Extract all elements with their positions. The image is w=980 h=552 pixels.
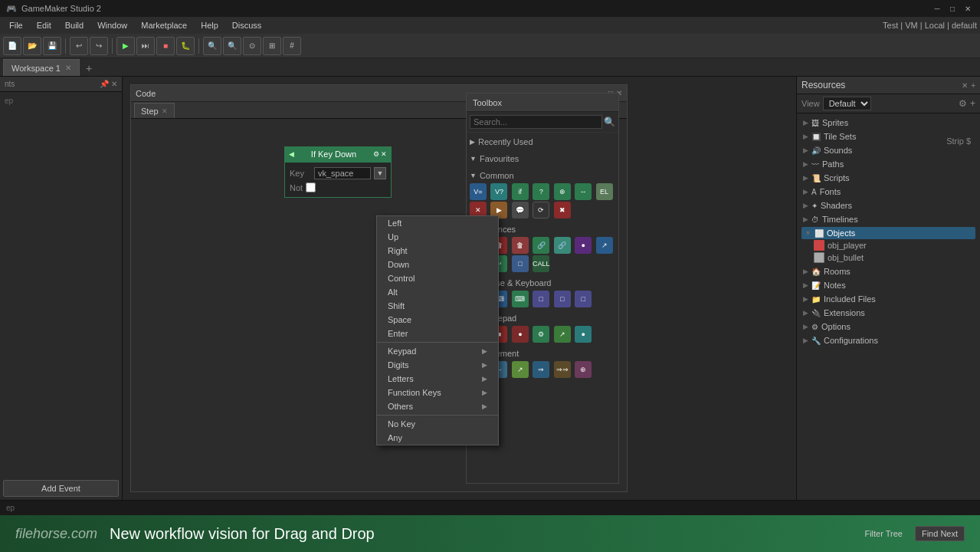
ifkeydown-header[interactable]: ◀ If Key Down ⚙ ✕ <box>284 146 392 162</box>
redo-btn[interactable]: ↪ <box>90 37 108 55</box>
dd-item-down[interactable]: Down <box>377 258 498 271</box>
toolbox-section-common-header[interactable]: ▼ Common <box>470 169 615 182</box>
ti-get-inst2[interactable]: 🔗 <box>554 237 571 254</box>
toolbox-search-input[interactable] <box>470 115 602 129</box>
res-configurations-header[interactable]: ▶ 🔧 Configurations <box>801 334 975 347</box>
ti-gp3[interactable]: ● <box>512 326 529 343</box>
ti-move-to[interactable]: ↗ <box>596 237 613 254</box>
dd-item-nokey[interactable]: No Key <box>377 417 498 431</box>
view-select[interactable]: Default <box>823 97 871 110</box>
not-checkbox[interactable] <box>306 182 316 192</box>
ti-solid[interactable]: □ <box>512 255 529 272</box>
menu-discuss[interactable]: Discuss <box>226 19 268 31</box>
view-icon-settings[interactable]: ⚙ <box>959 98 967 109</box>
save-btn[interactable]: 💾 <box>43 37 61 55</box>
find-next-button[interactable]: Find Next <box>915 526 965 541</box>
ti-get-inst[interactable]: 🔗 <box>533 237 549 254</box>
ti-mv3[interactable]: ↗ <box>512 361 529 378</box>
ti-if[interactable]: if <box>512 183 529 200</box>
dd-item-control[interactable]: Control <box>377 271 498 285</box>
ifkeydown-settings-icon[interactable]: ⚙ <box>373 150 379 158</box>
res-options-header[interactable]: ▶ ⚙ Options <box>801 320 975 333</box>
menu-window[interactable]: Window <box>91 19 133 31</box>
undo-btn[interactable]: ↩ <box>70 37 88 55</box>
new-btn[interactable]: 📄 <box>3 37 21 55</box>
ti-gp5[interactable]: ↗ <box>554 326 571 343</box>
play-btn[interactable]: ▶ <box>116 37 135 55</box>
grid-btn[interactable]: # <box>283 37 301 55</box>
ti-mouse1[interactable]: □ <box>533 291 549 307</box>
dd-item-enter[interactable]: Enter <box>377 327 498 340</box>
zoom-in-btn[interactable]: 🔍 <box>203 37 221 55</box>
zoom-fit-btn[interactable]: ⊞ <box>263 37 281 55</box>
res-included-files-header[interactable]: ▶ 📁 Included Files <box>801 293 975 305</box>
ti-set-variable[interactable]: V= <box>470 183 487 200</box>
res-tilesets-header[interactable]: ▶ 🔲 Tile Sets <box>801 130 975 143</box>
res-sprites-header[interactable]: ▶ 🖼 Sprites <box>801 117 975 129</box>
left-close-icon[interactable]: ✕ <box>111 80 117 88</box>
add-event-button[interactable]: Add Event <box>3 480 119 497</box>
ti-destroy2[interactable]: 🗑 <box>512 237 529 254</box>
dd-item-left[interactable]: Left <box>377 216 498 230</box>
step-btn[interactable]: ⏭ <box>136 37 155 55</box>
ti-else[interactable]: EL <box>596 183 613 200</box>
key-dropdown-btn[interactable]: ▼ <box>374 167 386 179</box>
ti-key-pressed[interactable]: ⌨ <box>512 291 529 307</box>
ti-gp4[interactable]: ⚙ <box>533 326 549 343</box>
res-timelines-header[interactable]: ▶ ⏱ Timelines <box>801 213 975 225</box>
res-obj-bullet[interactable]: obj_bullet <box>801 251 975 264</box>
ti-mv5[interactable]: ⇒⇒ <box>554 361 571 378</box>
ti-mv4[interactable]: ⇒ <box>533 361 549 378</box>
dd-item-others[interactable]: Others▶ <box>377 399 498 413</box>
key-value[interactable]: vk_space <box>314 167 371 179</box>
ti-comment[interactable]: 💬 <box>512 202 529 219</box>
ti-if-position[interactable]: ⊕ <box>554 183 571 200</box>
res-fonts-header[interactable]: ▶ A Fonts <box>801 186 975 198</box>
dd-item-keypad[interactable]: Keypad▶ <box>377 344 498 358</box>
code-tab-step[interactable]: Step ✕ <box>134 103 175 118</box>
zoom-reset-btn[interactable]: ⊙ <box>243 37 261 55</box>
debug-btn[interactable]: 🐛 <box>176 37 195 55</box>
ti-mouse3[interactable]: □ <box>575 291 592 307</box>
res-extensions-header[interactable]: ▶ 🔌 Extensions <box>801 307 975 319</box>
res-notes-header[interactable]: ▶ 📝 Notes <box>801 279 975 291</box>
res-objects-header[interactable]: ▼ ⬜ Objects <box>801 227 975 239</box>
close-btn[interactable]: ✕ <box>962 2 974 15</box>
ti-get-variable[interactable]: V? <box>490 183 507 200</box>
open-btn[interactable]: 📂 <box>23 37 41 55</box>
menu-marketplace[interactable]: Marketplace <box>135 19 193 31</box>
menu-help[interactable]: Help <box>195 19 225 31</box>
menu-edit[interactable]: Edit <box>31 19 57 31</box>
toolbox-section-favourites-header[interactable]: ▼ Favourites <box>470 153 615 165</box>
res-paths-header[interactable]: ▶ 〰 Paths <box>801 158 975 170</box>
dd-item-up[interactable]: Up <box>377 230 498 244</box>
workspace-tab[interactable]: Workspace 1 ✕ <box>3 59 80 76</box>
menu-build[interactable]: Build <box>59 19 90 31</box>
add-workspace-btn[interactable]: + <box>81 61 97 76</box>
ti-if-align[interactable]: ↔ <box>575 183 592 200</box>
minimize-btn[interactable]: ─ <box>931 2 943 15</box>
res-sounds-header[interactable]: ▶ 🔊 Sounds <box>801 144 975 156</box>
ti-while[interactable]: ⟳ <box>533 202 549 219</box>
dd-item-letters[interactable]: Letters▶ <box>377 372 498 386</box>
ti-mv6[interactable]: ⊕ <box>575 361 592 378</box>
zoom-out-btn[interactable]: 🔍 <box>223 37 241 55</box>
key-dropdown-menu[interactable]: Left Up Right Down Control Alt Shift Spa… <box>376 215 499 445</box>
menu-file[interactable]: File <box>3 19 29 31</box>
ti-gp6[interactable]: ● <box>575 326 592 343</box>
dd-item-space[interactable]: Space <box>377 313 498 327</box>
resources-close-btn[interactable]: ✕ <box>962 81 968 90</box>
dd-item-shift[interactable]: Shift <box>377 299 498 313</box>
res-shaders-header[interactable]: ▶ ✦ Shaders <box>801 199 975 212</box>
dd-item-right[interactable]: Right <box>377 244 498 258</box>
stop-btn[interactable]: ■ <box>156 37 175 55</box>
resources-add-btn[interactable]: + <box>971 81 975 90</box>
ti-break[interactable]: ✖ <box>554 202 571 219</box>
left-pin-icon[interactable]: 📌 <box>100 80 109 88</box>
res-rooms-header[interactable]: ▶ 🏠 Rooms <box>801 265 975 278</box>
dd-item-digits[interactable]: Digits▶ <box>377 358 498 372</box>
dd-item-alt[interactable]: Alt <box>377 285 498 299</box>
ifkeydown-close-icon[interactable]: ✕ <box>381 150 387 158</box>
view-icon-add[interactable]: + <box>970 98 975 109</box>
toolbox-section-recently-used-header[interactable]: ▶ Recently Used <box>470 136 615 148</box>
